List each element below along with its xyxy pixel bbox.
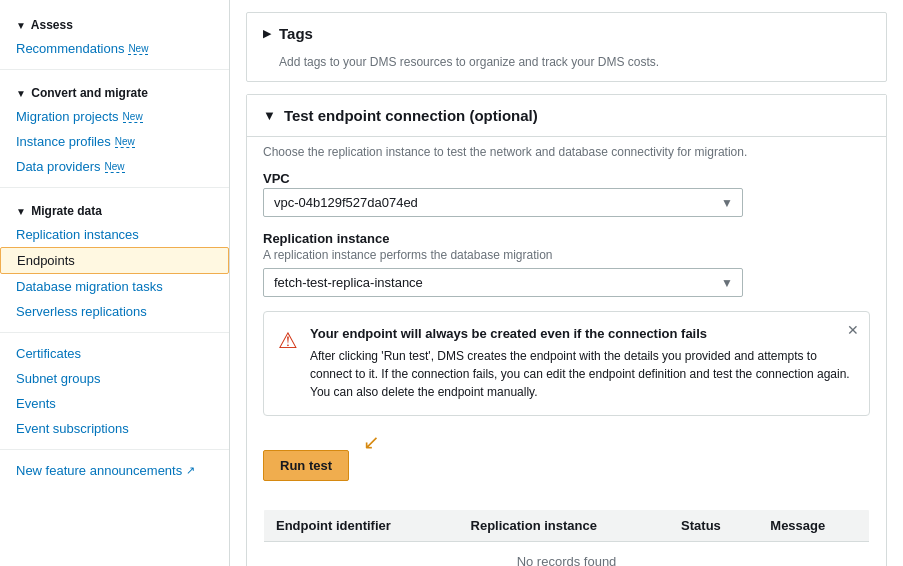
- col-endpoint-identifier: Endpoint identifier: [264, 510, 459, 542]
- warning-box: ⚠ Your endpoint will always be created e…: [263, 311, 870, 416]
- assess-chevron: ▼: [16, 20, 26, 31]
- sidebar-item-replication-instances[interactable]: Replication instances: [0, 222, 229, 247]
- warning-close-button[interactable]: ✕: [847, 322, 859, 338]
- test-endpoint-section-header[interactable]: ▼ Test endpoint connection (optional): [247, 95, 886, 136]
- endpoint-table: Endpoint identifier Replication instance…: [263, 509, 870, 566]
- sidebar-item-events[interactable]: Events: [0, 391, 229, 416]
- sidebar-section-migrate-data: ▼ Migrate data: [0, 196, 229, 222]
- warning-content: Your endpoint will always be created eve…: [310, 326, 855, 401]
- col-status: Status: [669, 510, 758, 542]
- test-endpoint-section: ▼ Test endpoint connection (optional) Ch…: [246, 94, 887, 566]
- sidebar-item-new-feature-announcements[interactable]: New feature announcements ↗: [0, 458, 229, 483]
- convert-migrate-chevron: ▼: [16, 88, 26, 99]
- warning-text: After clicking 'Run test', DMS creates t…: [310, 347, 855, 401]
- migrate-data-label: Migrate data: [31, 204, 102, 218]
- table-empty-row: No records found: [264, 542, 870, 567]
- tags-description: Add tags to your DMS resources to organi…: [279, 55, 659, 69]
- vpc-form-group: VPC vpc-04b129f527da074ed ▼: [263, 171, 870, 217]
- warning-icon: ⚠: [278, 328, 298, 401]
- run-test-button[interactable]: Run test: [263, 450, 349, 481]
- test-endpoint-content: Choose the replication instance to test …: [247, 136, 886, 566]
- no-records-message: No records found: [264, 542, 870, 567]
- convert-migrate-label: Convert and migrate: [31, 86, 148, 100]
- replication-instance-label: Replication instance: [263, 231, 870, 246]
- migrate-data-chevron: ▼: [16, 206, 26, 217]
- sidebar-item-certificates[interactable]: Certificates: [0, 341, 229, 366]
- test-endpoint-description: Choose the replication instance to test …: [263, 145, 870, 159]
- test-endpoint-title: Test endpoint connection (optional): [284, 107, 538, 124]
- tags-section: ▶ Tags Add tags to your DMS resources to…: [246, 12, 887, 82]
- replication-instance-select-wrapper: fetch-test-replica-instance ▼: [263, 268, 743, 297]
- sidebar-item-database-migration-tasks[interactable]: Database migration tasks: [0, 274, 229, 299]
- sidebar-section-assess: ▼ Assess: [0, 10, 229, 36]
- col-replication-instance: Replication instance: [459, 510, 670, 542]
- sidebar-item-instance-profiles[interactable]: Instance profiles New: [0, 129, 229, 154]
- sidebar-item-subnet-groups[interactable]: Subnet groups: [0, 366, 229, 391]
- tags-section-header[interactable]: ▶ Tags: [247, 13, 886, 54]
- replication-instance-sublabel: A replication instance performs the data…: [263, 248, 870, 262]
- tags-chevron: ▶: [263, 27, 271, 40]
- sidebar-item-endpoints[interactable]: Endpoints: [0, 247, 229, 274]
- test-endpoint-chevron: ▼: [263, 108, 276, 123]
- external-link-icon: ↗: [186, 464, 195, 477]
- main-content: ▶ Tags Add tags to your DMS resources to…: [230, 0, 903, 566]
- col-message: Message: [758, 510, 869, 542]
- arrow-decoration-icon: ↙: [363, 430, 870, 454]
- replication-instance-select[interactable]: fetch-test-replica-instance: [263, 268, 743, 297]
- run-test-container: ↙ Run test: [263, 430, 870, 495]
- tags-title: Tags: [279, 25, 313, 42]
- sidebar-item-serverless-replications[interactable]: Serverless replications: [0, 299, 229, 324]
- assess-label: Assess: [31, 18, 73, 32]
- vpc-select-wrapper: vpc-04b129f527da074ed ▼: [263, 188, 743, 217]
- sidebar-item-data-providers[interactable]: Data providers New: [0, 154, 229, 179]
- vpc-select[interactable]: vpc-04b129f527da074ed: [263, 188, 743, 217]
- sidebar-section-convert-migrate: ▼ Convert and migrate: [0, 78, 229, 104]
- sidebar-item-event-subscriptions[interactable]: Event subscriptions: [0, 416, 229, 441]
- sidebar-item-recommendations[interactable]: Recommendations New: [0, 36, 229, 61]
- sidebar-item-migration-projects[interactable]: Migration projects New: [0, 104, 229, 129]
- replication-instance-form-group: Replication instance A replication insta…: [263, 231, 870, 297]
- vpc-label: VPC: [263, 171, 870, 186]
- sidebar: ▼ Assess Recommendations New ▼ Convert a…: [0, 0, 230, 566]
- warning-title: Your endpoint will always be created eve…: [310, 326, 855, 341]
